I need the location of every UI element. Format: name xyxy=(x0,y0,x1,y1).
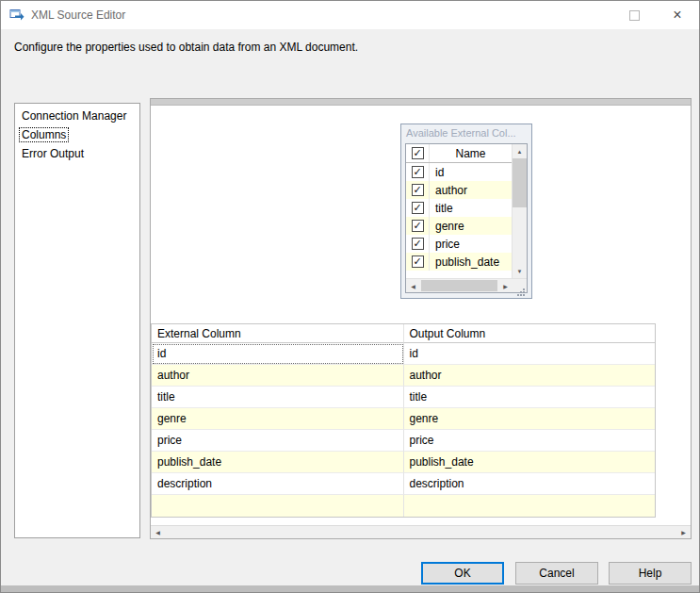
select-all-checkbox[interactable]: ✓ xyxy=(412,147,424,159)
available-column-row[interactable]: ✓ author xyxy=(406,181,512,199)
column-checkbox[interactable]: ✓ xyxy=(412,202,424,214)
panel-top-divider xyxy=(151,99,691,106)
available-columns-header-row: ✓ Name xyxy=(406,144,512,163)
check-icon: ✓ xyxy=(413,203,421,213)
maximize-icon xyxy=(629,10,640,21)
available-column-row[interactable]: ✓ title xyxy=(406,199,512,217)
available-column-row[interactable]: ✓ id xyxy=(406,163,512,181)
columns-page-panel: Available External Col... ✓ Name ✓ xyxy=(150,98,692,539)
window-bottom-edge xyxy=(1,585,699,592)
check-icon: ✓ xyxy=(413,221,421,231)
check-icon: ✓ xyxy=(413,185,421,195)
xml-source-editor-dialog: XML Source Editor × Configure the proper… xyxy=(0,0,700,593)
ok-button[interactable]: OK xyxy=(421,562,504,585)
scroll-left-button[interactable]: ◀ xyxy=(406,279,420,292)
grid-cell-external[interactable]: price xyxy=(152,430,404,452)
available-column-row[interactable]: ✓ price xyxy=(406,235,512,253)
scroll-down-icon: ▼ xyxy=(517,269,523,274)
column-checkbox[interactable]: ✓ xyxy=(412,166,424,178)
nav-item-label: Columns xyxy=(20,128,68,141)
horizontal-scroll-thumb[interactable] xyxy=(421,280,497,291)
nav-item-label: Connection Manager xyxy=(20,109,128,123)
grid-cell-external[interactable]: id xyxy=(152,343,404,365)
horizontal-scrollbar[interactable]: ◀ ▶ xyxy=(406,278,527,292)
cancel-button[interactable]: Cancel xyxy=(515,562,598,585)
grid-cell-external[interactable]: genre xyxy=(152,408,404,430)
pages-list: Connection Manager Columns Error Output xyxy=(14,103,140,538)
nav-item-columns[interactable]: Columns xyxy=(15,125,139,144)
grid-cell-output[interactable] xyxy=(404,495,656,517)
column-checkbox[interactable]: ✓ xyxy=(412,184,424,196)
column-name: publish_date xyxy=(430,255,512,269)
grid-cell-output[interactable]: id xyxy=(404,343,656,365)
grid-cell-external[interactable]: publish_date xyxy=(152,452,404,473)
scroll-down-button[interactable]: ▼ xyxy=(513,264,527,278)
scroll-right-button[interactable]: ▶ xyxy=(676,526,691,538)
scroll-left-icon: ◀ xyxy=(155,529,160,535)
grid-cell-output[interactable]: genre xyxy=(404,408,656,430)
grid-cell-output[interactable]: author xyxy=(404,365,656,387)
available-column-row[interactable]: ✓ publish_date xyxy=(406,253,512,271)
checkbox-cell: ✓ xyxy=(406,181,430,199)
horizontal-scroll-track[interactable] xyxy=(420,279,498,292)
column-name: genre xyxy=(430,220,512,233)
scroll-right-icon: ▶ xyxy=(681,529,686,535)
window-controls: × xyxy=(612,1,699,29)
name-column-header[interactable]: Name xyxy=(430,147,512,160)
help-button[interactable]: Help xyxy=(609,562,692,585)
available-columns-title: Available External Col... xyxy=(401,124,531,142)
vertical-scrollbar[interactable]: ▲ ▼ xyxy=(512,144,527,278)
grid-row: title title xyxy=(152,387,655,408)
column-checkbox[interactable]: ✓ xyxy=(412,238,424,250)
grid-cell-external[interactable] xyxy=(152,495,404,517)
grid-cell-output[interactable]: publish_date xyxy=(404,452,656,473)
close-button[interactable]: × xyxy=(656,1,699,29)
column-name: title xyxy=(430,202,512,215)
resize-grip[interactable] xyxy=(513,279,527,292)
dialog-description: Configure the properties used to obtain … xyxy=(14,41,358,54)
grid-cell-external[interactable]: author xyxy=(152,365,404,387)
checkbox-cell: ✓ xyxy=(406,235,430,253)
panel-horizontal-scrollbar[interactable]: ◀ ▶ xyxy=(151,525,691,538)
check-icon: ✓ xyxy=(413,256,421,267)
grid-cell-external[interactable]: title xyxy=(152,387,404,408)
available-external-columns-panel[interactable]: Available External Col... ✓ Name ✓ xyxy=(400,124,532,299)
scroll-up-icon: ▲ xyxy=(517,149,523,155)
column-name: id xyxy=(430,166,512,179)
resize-grip-icon xyxy=(523,288,525,290)
checkbox-cell: ✓ xyxy=(406,217,430,235)
titlebar: XML Source Editor × xyxy=(1,1,699,29)
check-icon: ✓ xyxy=(413,239,421,249)
nav-item-label: Error Output xyxy=(20,147,86,160)
scroll-left-button[interactable]: ◀ xyxy=(151,526,165,538)
grid-cell-output[interactable]: price xyxy=(404,430,656,452)
mapping-grid: External Column Output Column id id auth… xyxy=(151,323,656,518)
grid-row: publish_date publish_date xyxy=(152,452,655,473)
scroll-right-button[interactable]: ▶ xyxy=(498,279,513,292)
grid-row: description description xyxy=(152,473,655,495)
vertical-scroll-thumb[interactable] xyxy=(513,158,527,207)
window-title: XML Source Editor xyxy=(31,8,125,22)
checkbox-cell: ✓ xyxy=(406,253,430,271)
select-all-cell: ✓ xyxy=(406,144,430,162)
nav-item-connection-manager[interactable]: Connection Manager xyxy=(15,107,139,125)
app-icon xyxy=(9,8,24,23)
checkbox-cell: ✓ xyxy=(406,199,430,217)
grid-row: id id xyxy=(152,343,655,365)
scroll-up-button[interactable]: ▲ xyxy=(513,144,527,158)
column-checkbox[interactable]: ✓ xyxy=(412,220,424,232)
check-icon: ✓ xyxy=(413,148,421,158)
nav-item-error-output[interactable]: Error Output xyxy=(15,144,139,163)
grid-row: genre genre xyxy=(152,408,655,430)
external-column-header[interactable]: External Column xyxy=(152,324,404,343)
column-checkbox[interactable]: ✓ xyxy=(412,255,424,268)
scroll-right-icon: ▶ xyxy=(503,283,508,289)
grid-cell-output[interactable]: description xyxy=(404,473,656,495)
grid-cell-output[interactable]: title xyxy=(404,387,656,408)
check-icon: ✓ xyxy=(413,167,421,177)
vertical-scroll-track[interactable] xyxy=(513,158,527,264)
grid-cell-external[interactable]: description xyxy=(152,473,404,495)
maximize-button[interactable] xyxy=(612,1,656,29)
available-column-row[interactable]: ✓ genre xyxy=(406,217,512,235)
output-column-header[interactable]: Output Column xyxy=(404,324,656,343)
